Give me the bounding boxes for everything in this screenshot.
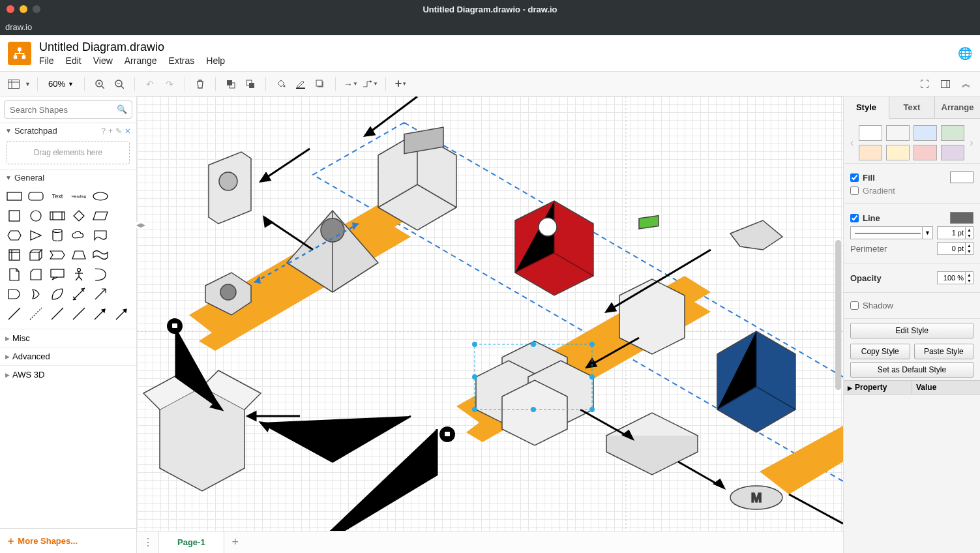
tab-text[interactable]: Text bbox=[889, 97, 935, 119]
shape-triangle[interactable] bbox=[25, 226, 47, 245]
to-back-icon[interactable] bbox=[242, 76, 259, 93]
set-default-style-button[interactable]: Set as Default Style bbox=[850, 362, 973, 378]
paste-style-button[interactable]: Paste Style bbox=[914, 344, 974, 359]
delete-icon[interactable] bbox=[192, 76, 209, 93]
menu-edit[interactable]: Edit bbox=[66, 55, 82, 66]
shape-blank3[interactable] bbox=[111, 226, 132, 245]
more-shapes-button[interactable]: +More Shapes... bbox=[0, 528, 136, 553]
shape-blank5[interactable] bbox=[111, 265, 132, 284]
shape-heading[interactable]: Heading bbox=[68, 187, 89, 206]
minimize-window-icon[interactable] bbox=[20, 5, 27, 13]
shape-square[interactable] bbox=[4, 206, 25, 226]
search-input[interactable] bbox=[4, 100, 132, 119]
swatch[interactable] bbox=[913, 145, 937, 160]
menu-extras[interactable]: Extras bbox=[169, 55, 195, 66]
shape-blank[interactable] bbox=[111, 187, 132, 206]
category-advanced[interactable]: ▶Advanced bbox=[0, 347, 136, 365]
shape-cube[interactable] bbox=[25, 245, 47, 265]
swatch[interactable] bbox=[886, 125, 910, 141]
gradient-checkbox[interactable] bbox=[850, 187, 859, 195]
shape-blank4[interactable] bbox=[111, 245, 132, 265]
opacity-input[interactable]: 100 %▲▼ bbox=[937, 271, 973, 284]
shape-arrow-line[interactable] bbox=[89, 304, 111, 323]
waypoint-icon[interactable]: ▼ bbox=[362, 76, 379, 93]
language-icon[interactable]: 🌐 bbox=[958, 46, 972, 61]
shape-line3[interactable] bbox=[68, 304, 89, 323]
scratchpad-header[interactable]: ▼Scratchpad ? + ✎ ✕ bbox=[0, 123, 136, 138]
menu-help[interactable]: Help bbox=[206, 55, 225, 66]
line-style-select[interactable]: ▼ bbox=[850, 226, 933, 239]
sidebar-collapse-handle[interactable]: ◀▶ bbox=[136, 222, 145, 228]
swatch[interactable] bbox=[941, 125, 964, 141]
swatch[interactable] bbox=[859, 145, 882, 160]
fullscreen-icon[interactable]: ⛶ bbox=[916, 76, 933, 93]
fullscreen-window-icon[interactable] bbox=[33, 5, 40, 13]
page-menu-icon[interactable]: ⋮ bbox=[137, 531, 159, 553]
shape-hexagon[interactable] bbox=[4, 226, 25, 245]
swatch[interactable] bbox=[941, 145, 964, 160]
shape-step[interactable] bbox=[47, 245, 68, 265]
redo-icon[interactable]: ↷ bbox=[161, 76, 178, 93]
scratchpad-dropzone[interactable]: Drag elements here bbox=[7, 141, 130, 164]
shape-ellipse[interactable] bbox=[89, 187, 111, 206]
shape-bidir-arrow[interactable] bbox=[68, 284, 89, 304]
property-table-header[interactable]: ▶Property Value bbox=[844, 380, 980, 395]
tab-arrange[interactable]: Arrange bbox=[935, 97, 980, 119]
shadow-checkbox[interactable] bbox=[850, 301, 859, 310]
swatch[interactable] bbox=[913, 125, 937, 141]
page-tab[interactable]: Page-1 bbox=[159, 531, 224, 553]
fill-color-button[interactable] bbox=[950, 172, 973, 183]
fill-checkbox[interactable] bbox=[850, 173, 859, 182]
collapse-icon[interactable]: ︽ bbox=[958, 76, 975, 93]
insert-icon[interactable]: +▼ bbox=[393, 76, 409, 93]
shape-card[interactable] bbox=[25, 265, 47, 284]
shape-blank6[interactable] bbox=[111, 284, 132, 304]
format-panel-icon[interactable] bbox=[937, 76, 954, 93]
shape-internal-storage[interactable] bbox=[4, 245, 25, 265]
undo-icon[interactable]: ↶ bbox=[141, 76, 158, 93]
shape-arrow-ne[interactable] bbox=[89, 284, 111, 304]
sidebar-toggle-icon[interactable] bbox=[5, 76, 22, 93]
vertical-scrollbar[interactable] bbox=[835, 240, 841, 390]
shape-dashed-line[interactable] bbox=[25, 304, 47, 323]
shape-diamond[interactable] bbox=[68, 206, 89, 226]
shape-and[interactable] bbox=[4, 284, 25, 304]
shape-cloud[interactable] bbox=[68, 226, 89, 245]
menu-file[interactable]: File bbox=[39, 55, 54, 66]
zoom-in-icon[interactable] bbox=[91, 76, 108, 93]
shape-circle[interactable] bbox=[25, 206, 47, 226]
scratchpad-edit-icon[interactable]: ✎ bbox=[115, 127, 122, 136]
tab-style[interactable]: Style bbox=[844, 97, 889, 119]
swatch-next-icon[interactable]: › bbox=[968, 137, 974, 149]
general-header[interactable]: ▼General bbox=[0, 170, 136, 185]
menu-arrange[interactable]: Arrange bbox=[125, 55, 157, 66]
perimeter-input[interactable]: 0 pt▲▼ bbox=[937, 242, 973, 255]
shape-cylinder[interactable] bbox=[47, 226, 68, 245]
mac-menubar[interactable]: draw.io bbox=[0, 18, 980, 35]
swatch[interactable] bbox=[886, 145, 910, 160]
fill-color-icon[interactable] bbox=[273, 76, 290, 93]
close-window-icon[interactable] bbox=[7, 5, 14, 13]
swatch[interactable] bbox=[859, 125, 882, 141]
doc-title[interactable]: Untitled Diagram.drawio bbox=[39, 40, 225, 54]
connection-icon[interactable]: →▼ bbox=[342, 76, 359, 93]
copy-style-button[interactable]: Copy Style bbox=[850, 344, 910, 359]
line-width-input[interactable]: 1 pt▲▼ bbox=[937, 226, 973, 239]
shape-process[interactable] bbox=[47, 206, 68, 226]
canvas[interactable]: M bbox=[137, 97, 843, 553]
menu-view[interactable]: View bbox=[93, 55, 113, 66]
shape-arrow-line2[interactable] bbox=[111, 304, 132, 323]
shape-callout[interactable] bbox=[47, 265, 68, 284]
shape-text[interactable]: Text bbox=[47, 187, 68, 206]
shape-tape[interactable] bbox=[89, 245, 111, 265]
to-front-icon[interactable] bbox=[222, 76, 239, 93]
shape-rect[interactable] bbox=[4, 187, 25, 206]
search-icon[interactable]: 🔍 bbox=[117, 104, 127, 114]
shape-line[interactable] bbox=[4, 304, 25, 323]
edit-style-button[interactable]: Edit Style bbox=[850, 323, 973, 338]
shadow-icon[interactable] bbox=[312, 76, 329, 93]
swatch-prev-icon[interactable]: ‹ bbox=[849, 137, 855, 149]
shape-note[interactable] bbox=[4, 265, 25, 284]
shape-s-curve[interactable] bbox=[47, 284, 68, 304]
scratchpad-close-icon[interactable]: ✕ bbox=[125, 127, 131, 136]
